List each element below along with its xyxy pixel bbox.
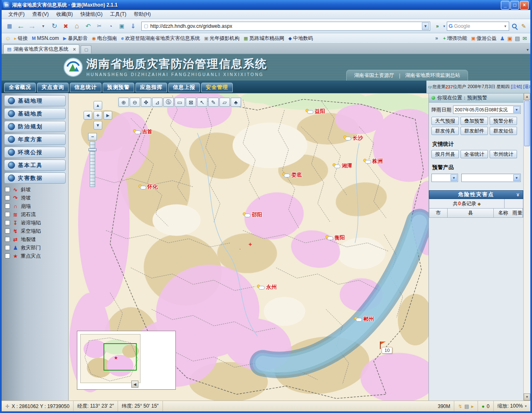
nav-tab[interactable]: 信息上报 <box>168 83 200 92</box>
panel-action-button[interactable]: 天气预报 <box>431 117 459 125</box>
links-right-item[interactable]: ▣ 傲游公益 <box>469 34 498 42</box>
city-marker[interactable]: 衡阳 <box>325 234 345 241</box>
city-marker[interactable]: 吉首 <box>133 128 153 135</box>
layer-item[interactable]: ★ 重点灾点 <box>4 252 66 260</box>
product-select-small[interactable]: ▼ <box>431 174 458 182</box>
city-marker[interactable]: 永州 <box>257 284 276 291</box>
address-bar[interactable]: ▢ ▼ <box>141 22 430 31</box>
nav-tab[interactable]: 灾点查询 <box>37 83 69 92</box>
warning-flag-marker[interactable]: 10 <box>382 347 392 354</box>
sidebar-button[interactable]: 环境公报 <box>4 147 66 158</box>
layer-item[interactable]: ≋ 泥石流 <box>4 210 66 219</box>
zoom-dropdown-icon[interactable]: ▾ <box>525 404 527 408</box>
layer-checkbox[interactable] <box>5 212 10 217</box>
nav-tab[interactable]: 安全管理 <box>201 83 233 92</box>
city-marker[interactable]: 益阳 <box>305 108 325 115</box>
menu-item[interactable]: 查看(V) <box>29 10 52 19</box>
scroll-up-icon[interactable]: ▲ <box>524 93 530 100</box>
layer-item[interactable]: ↯ 采空塌陷 <box>4 227 66 235</box>
toolbar-button-icon[interactable]: ↶ <box>83 21 94 32</box>
chevron-down-icon[interactable]: ▼ <box>513 106 520 113</box>
toolbar-button-icon[interactable]: ▣ <box>116 21 127 32</box>
city-marker[interactable]: 怀化 <box>138 184 158 191</box>
maximize-button[interactable]: □ <box>510 1 519 10</box>
tab-bar-right-controls[interactable]: ▾ <box>527 47 529 54</box>
smiley-icon[interactable]: ☺ <box>5 35 11 42</box>
panel-action-button[interactable]: 群发短信 <box>490 127 517 135</box>
city-marker[interactable]: 湘潭 <box>332 162 352 170</box>
stats-button[interactable]: 按月州县 <box>431 150 459 158</box>
link-geo-monitor[interactable]: 湖南省地质环境监测总站 <box>405 72 460 79</box>
favorite-link[interactable]: ◉ 电台指南 <box>90 34 119 42</box>
city-marker[interactable]: 娄底 <box>282 172 302 179</box>
tab-close-icon[interactable]: × <box>73 47 76 52</box>
favorite-link[interactable]: ◆ 中地数码 <box>287 34 315 42</box>
layer-checkbox[interactable] <box>5 204 10 209</box>
toolbar-button-icon[interactable]: ◔ <box>105 21 116 32</box>
links-toolbar-icon[interactable]: ▤ <box>515 35 520 42</box>
sidebar-button[interactable]: 基本工具 <box>4 160 66 171</box>
link-land-resources[interactable]: 湖南省国土资源厅 <box>354 72 394 79</box>
toolbar-button-icon[interactable]: ⇓ <box>128 21 138 32</box>
address-dropdown-icon[interactable]: ▼ <box>422 22 429 30</box>
active-tab[interactable]: ▤ 湖南省地质灾害信息系统 × <box>3 44 79 54</box>
stats-button[interactable]: 市州统计 <box>490 150 517 158</box>
favorite-link[interactable]: M MSN.com <box>30 34 61 42</box>
sidebar-button[interactable]: 防治规划 <box>4 121 66 132</box>
boost-icon[interactable]: ↯ <box>458 403 462 409</box>
scrollbar-thumb[interactable] <box>524 101 530 146</box>
toolbar-button-icon[interactable]: → <box>27 21 37 32</box>
nav-tab[interactable]: 应急指挥 <box>135 83 167 92</box>
menu-item[interactable]: 帮助(H) <box>131 10 154 19</box>
product-select-large[interactable]: ▼ <box>461 174 521 182</box>
layer-checkbox[interactable] <box>5 253 10 258</box>
go-dropdown-icon[interactable]: ▾ <box>442 24 446 28</box>
new-tab-stub[interactable]: ▢ <box>81 45 91 54</box>
city-marker[interactable]: 长沙 <box>343 135 363 142</box>
sidebar-button[interactable]: 年度方案 <box>4 134 66 145</box>
status-zoom[interactable]: 缩放: 100% ▾ <box>494 401 530 411</box>
toolbar-button-icon[interactable]: ⌂ <box>71 21 82 32</box>
printer-icon[interactable]: ▤ <box>464 403 469 409</box>
layer-item[interactable]: ↧ 岩溶塌陷 <box>4 219 66 227</box>
exit-link[interactable]: [退出] <box>523 84 530 90</box>
more-links-chevron[interactable]: » <box>433 35 440 41</box>
overview-map[interactable]: ★ <box>80 334 140 383</box>
toolbar-button-icon[interactable]: ✂ <box>94 21 105 32</box>
menu-item[interactable]: 工具(T) <box>107 10 130 19</box>
panel-action-button[interactable]: 群发邮件 <box>461 127 488 135</box>
favorite-link[interactable]: e 欢迎登陆湖南省地质灾害信息系统 <box>120 34 202 42</box>
favorite-link[interactable]: ▣ 光年摄影机构 <box>202 34 241 42</box>
vertical-scrollbar[interactable]: ▲ ▼ <box>523 93 530 401</box>
address-input[interactable] <box>149 23 422 30</box>
danger-points-header[interactable]: 危险性灾害点 ¥ <box>429 190 523 199</box>
panel-collapse-icon[interactable]: ¥ <box>517 192 520 197</box>
layer-item[interactable]: ↷ 滑坡 <box>4 194 66 202</box>
search-input[interactable]: Google <box>454 23 502 29</box>
panel-action-button[interactable]: 预警分析 <box>490 117 517 125</box>
logout-link[interactable]: [注销] <box>511 84 522 90</box>
menu-item[interactable]: 快捷组(G) <box>77 10 106 19</box>
minimize-button[interactable]: _ <box>501 1 510 10</box>
stats-button[interactable]: 全省统计 <box>461 150 488 158</box>
layer-item[interactable]: ∩ 崩塌 <box>4 202 66 210</box>
layer-checkbox[interactable] <box>5 245 10 250</box>
panel-action-button[interactable]: 群发传真 <box>431 127 459 135</box>
layer-checkbox[interactable] <box>5 229 10 234</box>
nav-tab[interactable]: 全省概况 <box>4 83 36 92</box>
go-button[interactable]: » <box>433 22 441 31</box>
rain-date-select[interactable]: 2007年05月05日08时实况 ▼ <box>453 106 521 114</box>
folder-icon[interactable]: ▸ <box>471 403 474 409</box>
chevron-down-icon[interactable]: ▼ <box>451 175 457 181</box>
links-toolbar-icon[interactable]: ▣ <box>507 35 512 42</box>
toolbar-button-icon[interactable]: ▦ <box>4 21 15 32</box>
map-area[interactable]: ⊕⊖✥⊿Ⓢ▭⊠↖✎▱♣ ▲ ◀ + ▶ ▼ − <box>68 93 429 401</box>
search-icon[interactable] <box>512 24 517 28</box>
panel-action-button[interactable]: 叠加预警 <box>461 117 488 125</box>
chevron-down-icon[interactable]: ▼ <box>513 175 520 181</box>
favorite-link[interactable]: ▸ 链接 <box>12 34 30 42</box>
menu-item[interactable]: 收藏(B) <box>53 10 76 19</box>
city-marker[interactable]: 郴州 <box>354 316 374 323</box>
layer-checkbox[interactable] <box>5 220 10 225</box>
scrollbar-track[interactable] <box>524 147 530 393</box>
